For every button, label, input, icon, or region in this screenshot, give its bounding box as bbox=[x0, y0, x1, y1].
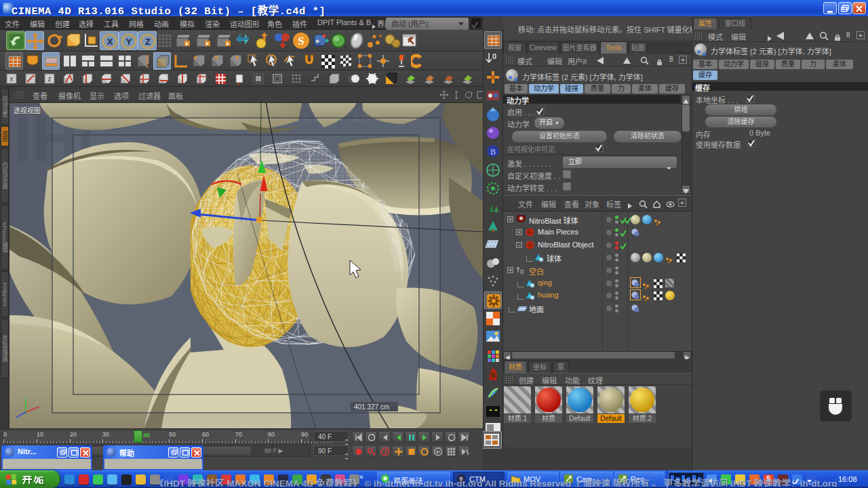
svg-text:B: B bbox=[490, 371, 496, 379]
svg-text:0: 0 bbox=[520, 268, 524, 275]
svg-text:401.327 cm: 401.327 cm bbox=[354, 403, 389, 411]
svg-text:0: 0 bbox=[492, 52, 496, 60]
svg-text:P: P bbox=[436, 449, 440, 455]
svg-text:x: x bbox=[10, 75, 14, 83]
svg-text:B: B bbox=[490, 147, 496, 157]
svg-text:?: ? bbox=[384, 449, 387, 455]
svg-text:X: X bbox=[107, 37, 113, 47]
svg-text:Y: Y bbox=[126, 37, 132, 47]
svg-text:S: S bbox=[298, 35, 304, 47]
svg-text:Z: Z bbox=[145, 37, 151, 47]
svg-text:z: z bbox=[48, 75, 52, 83]
